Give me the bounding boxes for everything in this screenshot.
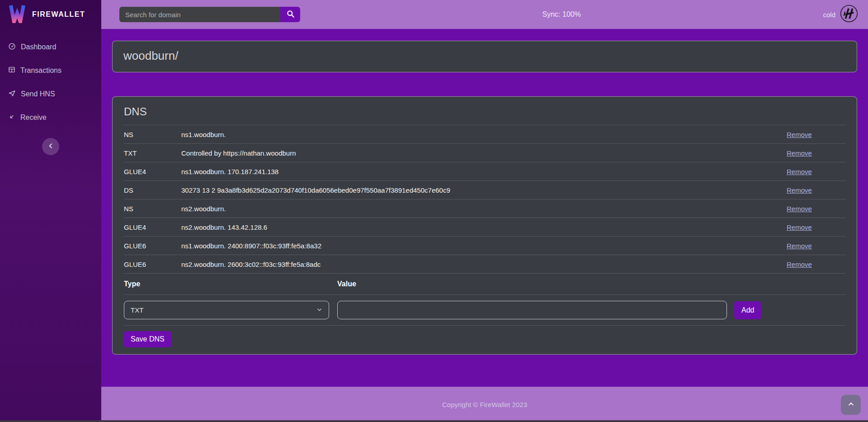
- dns-record-row: GLUE6 ns2.woodburn. 2600:3c02::f03c:93ff…: [124, 255, 845, 273]
- wallet-mode-label: cold: [823, 11, 835, 19]
- sidebar-item-label: Receive: [20, 114, 47, 122]
- dns-record-row: GLUE4 ns1.woodburn. 170.187.241.138 Remo…: [124, 162, 845, 180]
- add-record-header: Type Value: [124, 274, 845, 295]
- dns-record-row: TXT Controlled by https://nathan.woodbur…: [124, 143, 845, 162]
- record-type: GLUE4: [124, 223, 181, 231]
- dns-record-row: NS ns2.woodburn. Remove: [124, 199, 845, 218]
- scroll-to-top-button[interactable]: [841, 395, 861, 415]
- firewallet-logo-icon: [8, 4, 26, 25]
- record-type: GLUE4: [124, 168, 181, 175]
- chevron-down-icon: [316, 306, 322, 314]
- record-type: NS: [124, 205, 181, 213]
- record-type: NS: [124, 131, 181, 138]
- remove-record-link[interactable]: Remove: [787, 223, 812, 231]
- send-icon: [8, 90, 16, 99]
- record-type-selected: TXT: [131, 306, 143, 314]
- record-value-input[interactable]: [337, 301, 727, 319]
- sidebar-item-transactions[interactable]: Transactions: [0, 59, 101, 82]
- type-column-header: Type: [124, 280, 337, 288]
- remove-record-link[interactable]: Remove: [787, 131, 812, 138]
- sidebar-item-receive[interactable]: Receive: [0, 106, 101, 129]
- remove-record-link[interactable]: Remove: [787, 242, 812, 250]
- record-value: ns1.woodburn. 2400:8907::f03c:93ff:fe5a:…: [181, 242, 787, 250]
- dashboard-icon: [8, 43, 16, 52]
- chevron-up-icon: [848, 401, 854, 409]
- remove-record-link[interactable]: Remove: [787, 205, 812, 213]
- dns-record-row: GLUE4 ns2.woodburn. 143.42.128.6 Remove: [124, 218, 845, 236]
- dns-card-title: DNS: [124, 105, 845, 118]
- domain-card: woodburn/: [112, 41, 857, 72]
- transactions-icon: [8, 66, 15, 75]
- dns-card: DNS NS ns1.woodburn. Remove TXT Controll…: [112, 96, 857, 355]
- brand-name: FIREWALLET: [32, 10, 85, 19]
- search-button[interactable]: [280, 7, 300, 22]
- record-value: ns2.woodburn.: [181, 205, 787, 213]
- dns-record-row: NS ns1.woodburn. Remove: [124, 125, 845, 143]
- firewallet-app: FIREWALLET Dashboard Transactions Send H…: [0, 0, 868, 422]
- window-bottom-edge: [0, 420, 868, 422]
- record-value: ns1.woodburn.: [181, 131, 787, 138]
- remove-record-link[interactable]: Remove: [787, 261, 812, 268]
- record-type: DS: [124, 186, 181, 194]
- record-type-select[interactable]: TXT: [124, 301, 329, 319]
- remove-record-link[interactable]: Remove: [787, 149, 812, 157]
- add-record-button[interactable]: Add: [734, 301, 761, 319]
- main-content: woodburn/ DNS NS ns1.woodburn. Remove TX…: [101, 29, 868, 387]
- sidebar-item-send-hns[interactable]: Send HNS: [0, 82, 101, 106]
- sidebar-collapse-button[interactable]: [42, 138, 59, 155]
- save-dns-button[interactable]: Save DNS: [124, 331, 171, 347]
- footer: Copyright © FireWallet 2023: [101, 387, 868, 422]
- sidebar-item-label: Send HNS: [21, 90, 55, 98]
- sidebar-item-label: Transactions: [20, 66, 61, 75]
- record-value: Controlled by https://nathan.woodburn: [181, 149, 787, 157]
- domain-search: [119, 7, 300, 22]
- remove-record-link[interactable]: Remove: [787, 168, 812, 175]
- sidebar-nav: Dashboard Transactions Send HNS Receive: [0, 35, 101, 129]
- sync-status: Sync: 100%: [542, 10, 581, 19]
- chevron-left-icon: [48, 142, 54, 151]
- record-type: GLUE6: [124, 261, 181, 268]
- wallet-status-group: cold: [823, 5, 858, 24]
- dns-record-row: DS 30273 13 2 9a3a8fb3d625d2a2073d740f10…: [124, 180, 845, 199]
- value-column-header: Value: [337, 280, 845, 288]
- record-value: 30273 13 2 9a3a8fb3d625d2a2073d740f10da6…: [181, 186, 787, 194]
- record-value: ns1.woodburn. 170.187.241.138: [181, 168, 787, 175]
- remove-record-link[interactable]: Remove: [787, 186, 812, 194]
- sidebar: FIREWALLET Dashboard Transactions Send H…: [0, 0, 101, 422]
- receive-icon: [8, 113, 15, 122]
- handshake-logo-icon[interactable]: [840, 5, 858, 24]
- add-record-form: TXT Add: [124, 295, 845, 326]
- copyright-text: Copyright © FireWallet 2023: [442, 401, 527, 408]
- search-icon: [286, 9, 295, 19]
- record-value: ns2.woodburn. 143.42.128.6: [181, 223, 787, 231]
- record-value: ns2.woodburn. 2600:3c02::f03c:93ff:fe5a:…: [181, 261, 787, 268]
- dns-records-table: NS ns1.woodburn. Remove TXT Controlled b…: [124, 125, 845, 274]
- sidebar-item-label: Dashboard: [21, 43, 56, 51]
- record-type: GLUE6: [124, 242, 181, 250]
- dns-record-row: GLUE6 ns1.woodburn. 2400:8907::f03c:93ff…: [124, 236, 845, 255]
- brand[interactable]: FIREWALLET: [0, 0, 101, 29]
- record-type: TXT: [124, 149, 181, 157]
- topbar: Sync: 100% cold: [101, 0, 868, 29]
- sidebar-item-dashboard[interactable]: Dashboard: [0, 35, 101, 59]
- domain-title: woodburn/: [123, 49, 846, 63]
- search-input[interactable]: [119, 7, 280, 22]
